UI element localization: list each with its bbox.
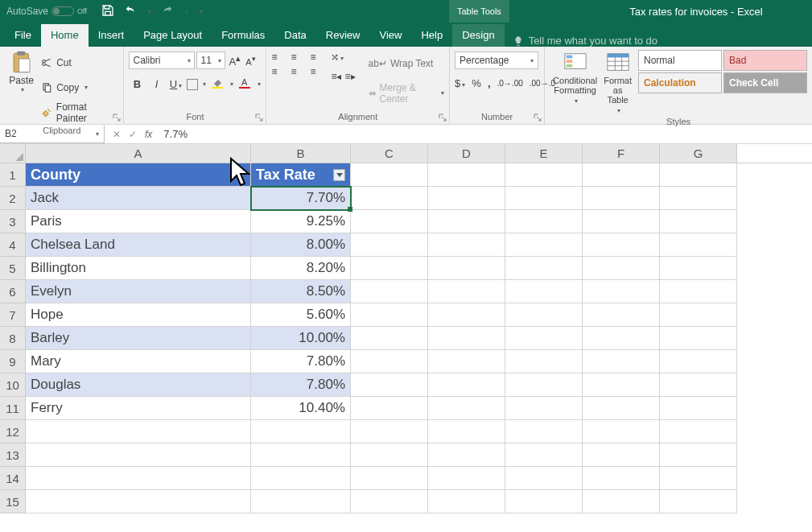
style-bad[interactable]: Bad bbox=[723, 50, 807, 71]
cell[interactable] bbox=[26, 443, 251, 467]
copy-button[interactable]: Copy▾ bbox=[41, 76, 118, 99]
align-bottom-button[interactable]: ≡ bbox=[310, 52, 326, 63]
row-header[interactable]: 1 bbox=[0, 163, 26, 187]
cell[interactable] bbox=[505, 187, 583, 210]
style-normal[interactable]: Normal bbox=[638, 50, 722, 71]
cell[interactable] bbox=[660, 443, 737, 467]
worksheet-grid[interactable]: A B C D E F G 1CountyTax Rate2Jack7.70%3… bbox=[0, 144, 812, 513]
format-as-table-button[interactable]: Format as Table ▾ bbox=[600, 48, 635, 115]
cell[interactable] bbox=[505, 373, 583, 397]
cell[interactable] bbox=[583, 373, 660, 397]
row-header[interactable]: 10 bbox=[0, 373, 26, 397]
cell[interactable]: Paris bbox=[26, 210, 251, 233]
dialog-launcher-icon[interactable] bbox=[255, 113, 263, 122]
cell[interactable] bbox=[428, 397, 505, 420]
cell[interactable] bbox=[583, 490, 660, 513]
cell[interactable] bbox=[351, 187, 428, 210]
tab-view[interactable]: View bbox=[369, 24, 411, 47]
cell[interactable]: Tax Rate bbox=[251, 163, 351, 187]
row-header[interactable]: 12 bbox=[0, 420, 26, 443]
cell[interactable] bbox=[351, 373, 428, 397]
cell[interactable] bbox=[428, 187, 505, 210]
cell[interactable] bbox=[251, 443, 351, 467]
cell[interactable]: Evelyn bbox=[26, 280, 251, 303]
row-header[interactable]: 7 bbox=[0, 303, 26, 327]
align-top-button[interactable]: ≡ bbox=[271, 52, 287, 63]
row-header[interactable]: 4 bbox=[0, 233, 26, 257]
cell-styles-gallery[interactable]: Normal Bad Calculation Check Cell bbox=[635, 48, 807, 115]
tab-home[interactable]: Home bbox=[41, 24, 89, 47]
merge-center-button[interactable]: ⬌Merge & Center▾ bbox=[369, 81, 445, 105]
enter-formula-button[interactable]: ✓ bbox=[129, 129, 137, 140]
tab-design[interactable]: Design bbox=[452, 24, 504, 47]
undo-dropdown-icon[interactable]: ▾ bbox=[146, 8, 151, 15]
cell[interactable] bbox=[583, 257, 660, 280]
cell[interactable] bbox=[505, 467, 583, 490]
row-header[interactable]: 8 bbox=[0, 327, 26, 350]
align-right-button[interactable]: ≡ bbox=[310, 66, 326, 77]
fx-icon[interactable]: fx bbox=[145, 129, 160, 140]
redo-icon[interactable] bbox=[161, 4, 174, 19]
accounting-format-button[interactable]: $▾ bbox=[455, 77, 465, 89]
cell[interactable]: Chelsea Land bbox=[26, 233, 251, 257]
cell[interactable] bbox=[428, 303, 505, 327]
border-dropdown-icon[interactable]: ▾ bbox=[201, 80, 206, 88]
cell[interactable]: 8.50% bbox=[251, 280, 351, 303]
cell[interactable]: 5.60% bbox=[251, 303, 351, 327]
qat-customize-icon[interactable]: ▾ bbox=[198, 8, 203, 15]
cell[interactable] bbox=[660, 303, 737, 327]
cell[interactable] bbox=[583, 233, 660, 257]
tab-file[interactable]: File bbox=[5, 24, 41, 47]
col-header-g[interactable]: G bbox=[660, 144, 737, 163]
cell[interactable]: Ferry bbox=[26, 397, 251, 420]
cell[interactable] bbox=[660, 350, 737, 373]
dialog-launcher-icon[interactable] bbox=[439, 113, 447, 122]
cell[interactable] bbox=[505, 327, 583, 350]
fontcolor-dropdown-icon[interactable]: ▾ bbox=[256, 80, 261, 88]
cell[interactable] bbox=[660, 210, 737, 233]
dialog-launcher-icon[interactable] bbox=[113, 113, 121, 122]
cell[interactable] bbox=[428, 327, 505, 350]
cell[interactable]: 9.25% bbox=[251, 210, 351, 233]
cell[interactable] bbox=[428, 233, 505, 257]
col-header-a[interactable]: A bbox=[26, 144, 251, 163]
style-calculation[interactable]: Calculation bbox=[638, 72, 722, 93]
cell[interactable] bbox=[505, 163, 583, 187]
formula-input[interactable]: 7.7% bbox=[160, 128, 812, 140]
row-header[interactable]: 3 bbox=[0, 210, 26, 233]
cell[interactable]: 7.80% bbox=[251, 350, 351, 373]
col-header-d[interactable]: D bbox=[428, 144, 505, 163]
cell[interactable] bbox=[660, 327, 737, 350]
active-cell[interactable]: 7.70% bbox=[251, 187, 351, 210]
cell[interactable] bbox=[351, 327, 428, 350]
cell[interactable] bbox=[505, 350, 583, 373]
cell[interactable] bbox=[505, 233, 583, 257]
cell[interactable] bbox=[660, 373, 737, 397]
cell[interactable] bbox=[351, 233, 428, 257]
cell[interactable]: 7.80% bbox=[251, 373, 351, 397]
save-icon[interactable] bbox=[101, 4, 114, 19]
cell[interactable] bbox=[251, 490, 351, 513]
cell[interactable] bbox=[351, 397, 428, 420]
font-name-combo[interactable]: Calibri▾ bbox=[129, 52, 195, 69]
row-header[interactable]: 9 bbox=[0, 350, 26, 373]
cell[interactable] bbox=[583, 420, 660, 443]
cell[interactable]: Jack bbox=[26, 187, 251, 210]
cell[interactable] bbox=[505, 303, 583, 327]
orientation-button[interactable]: ⤭▾ bbox=[331, 52, 355, 63]
row-header[interactable]: 5 bbox=[0, 257, 26, 280]
shrink-font-button[interactable]: A▾ bbox=[244, 54, 257, 67]
cell[interactable] bbox=[660, 280, 737, 303]
cell[interactable] bbox=[428, 350, 505, 373]
cell[interactable] bbox=[505, 443, 583, 467]
align-middle-button[interactable]: ≡ bbox=[291, 52, 307, 63]
cell[interactable] bbox=[660, 397, 737, 420]
tab-formulas[interactable]: Formulas bbox=[212, 24, 274, 47]
cell[interactable] bbox=[505, 397, 583, 420]
cell[interactable] bbox=[660, 163, 737, 187]
cell[interactable] bbox=[351, 350, 428, 373]
border-button[interactable] bbox=[187, 79, 198, 90]
cell[interactable] bbox=[26, 490, 251, 513]
cell[interactable] bbox=[583, 467, 660, 490]
cell[interactable] bbox=[351, 303, 428, 327]
